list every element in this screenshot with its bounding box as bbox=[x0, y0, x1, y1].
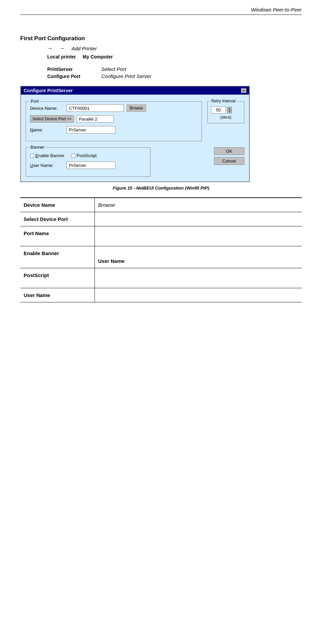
postscript-checkbox-label[interactable]: PostScript bbox=[71, 153, 97, 158]
instruction-label-2: Configure Port bbox=[47, 74, 88, 79]
banner-group-title: Banner bbox=[29, 145, 46, 150]
table-row-postscript: PostScript bbox=[20, 268, 302, 288]
name-label: Name: bbox=[30, 127, 64, 132]
table-cell-select-device-port-label: Select Device Port bbox=[20, 212, 95, 226]
user-name-sub-label: User Name bbox=[98, 258, 125, 264]
table-cell-postscript-label: PostScript bbox=[20, 268, 95, 288]
select-device-port-input[interactable] bbox=[77, 115, 114, 123]
retry-spin-down[interactable]: ▼ bbox=[227, 110, 232, 114]
dialog-close-button[interactable]: × bbox=[241, 88, 246, 93]
dialog-bottom: Banner Enable Banner PostScript bbox=[26, 147, 244, 177]
section-title: First Port Configuration bbox=[20, 35, 302, 42]
retry-section: Retry Interval ▲ ▼ (secs) bbox=[207, 101, 244, 146]
retry-group-box: Retry Interval ▲ ▼ (secs) bbox=[207, 101, 244, 123]
table-row-user-name: User Name bbox=[20, 288, 302, 302]
table-row-device-name: Device Name Browse bbox=[20, 198, 302, 212]
name-input[interactable] bbox=[66, 126, 115, 133]
name-row: Name: bbox=[30, 126, 197, 133]
enable-banner-text: Enable Banner bbox=[35, 153, 64, 158]
user-name-row: User Name: bbox=[30, 162, 146, 169]
user-name-input[interactable] bbox=[66, 162, 115, 169]
table-cell-device-name-label: Device Name bbox=[20, 198, 95, 212]
add-printer-label: Add Printer bbox=[72, 46, 97, 51]
retry-input[interactable] bbox=[211, 106, 226, 114]
table-cell-enable-banner-value: User Name bbox=[95, 246, 302, 268]
device-name-label: Device Name: bbox=[30, 106, 64, 111]
config-table: Device Name Browse Select Device Port Po… bbox=[20, 197, 302, 302]
instruction-row-2: Configure Port Configure Print Server bbox=[47, 73, 302, 79]
device-name-input[interactable] bbox=[66, 104, 124, 112]
sub-labels: Local printer My Computer bbox=[47, 54, 302, 59]
ok-button[interactable]: OK bbox=[214, 147, 244, 155]
retry-spin-up[interactable]: ▲ bbox=[227, 107, 232, 110]
instruction-label-1: PrintServer bbox=[47, 67, 88, 72]
table-cell-port-name-label: Port Name bbox=[20, 226, 95, 246]
retry-group-title: Retry Interval bbox=[210, 99, 236, 103]
select-device-port-button[interactable]: Select Device Port >> bbox=[30, 115, 74, 123]
dialog-titlebar: Configure PrintServer × bbox=[21, 86, 249, 95]
dialog-wrapper: Configure PrintServer × Port Device Name… bbox=[20, 86, 302, 182]
port-group-title: Port bbox=[29, 99, 40, 104]
banner-row: Enable Banner PostScript bbox=[30, 153, 146, 158]
table-cell-port-name-value bbox=[95, 226, 302, 246]
banner-group-box: Banner Enable Banner PostScript bbox=[26, 147, 151, 177]
retry-spin-buttons: ▲ ▼ bbox=[227, 107, 232, 114]
table-cell-select-device-port-value bbox=[95, 212, 302, 226]
port-section: Port Device Name: Browse Select Device P… bbox=[26, 99, 244, 146]
user-name-label: User Name: bbox=[30, 163, 64, 168]
action-buttons: OK Cancel bbox=[214, 147, 244, 165]
table-row-enable-banner: Enable Banner User Name bbox=[20, 246, 302, 268]
table-cell-postscript-value bbox=[95, 268, 302, 288]
arrow-row: → → Add Printer bbox=[47, 45, 302, 51]
browse-button[interactable]: Browse bbox=[127, 104, 146, 112]
dialog-title: Configure PrintServer bbox=[24, 88, 73, 93]
table-cell-device-name-value: Browse bbox=[95, 198, 302, 212]
table-cell-user-name-value bbox=[95, 288, 302, 302]
arrow-2: → bbox=[59, 45, 65, 51]
device-name-row: Device Name: Browse bbox=[30, 104, 197, 112]
postscript-text: PostScript bbox=[77, 153, 97, 158]
instruction-row-1: PrintServer Select Port bbox=[47, 66, 302, 72]
table-cell-user-name-label: User Name bbox=[20, 288, 95, 302]
page-header: Windows Peer-to-Peer bbox=[20, 7, 302, 15]
header-title: Windows Peer-to-Peer bbox=[251, 7, 302, 13]
retry-secs-label: (secs) bbox=[211, 115, 241, 120]
configure-printserver-dialog: Configure PrintServer × Port Device Name… bbox=[20, 86, 250, 182]
instruction-value-2: Configure Print Server bbox=[101, 73, 151, 79]
retry-inner: ▲ ▼ bbox=[211, 106, 241, 114]
arrow-1: → bbox=[47, 45, 53, 51]
instruction-value-1: Select Port bbox=[101, 66, 126, 72]
instruction-rows: PrintServer Select Port Configure Port C… bbox=[47, 66, 302, 79]
postscript-checkbox[interactable] bbox=[71, 154, 75, 158]
sub-label-local-printer: Local printer bbox=[47, 54, 76, 59]
enable-banner-checkbox-label[interactable]: Enable Banner bbox=[30, 153, 64, 158]
cancel-button[interactable]: Cancel bbox=[214, 157, 244, 165]
table-cell-enable-banner-label: Enable Banner bbox=[20, 246, 95, 268]
enable-banner-checkbox[interactable] bbox=[30, 154, 34, 158]
dialog-body: Port Device Name: Browse Select Device P… bbox=[21, 95, 249, 181]
select-device-port-row: Select Device Port >> bbox=[30, 115, 197, 123]
port-group-box: Port Device Name: Browse Select Device P… bbox=[26, 101, 202, 141]
table-row-port-name: Port Name bbox=[20, 226, 302, 246]
figure-caption: Figure 15 - NetBEUI Configuration (Win95… bbox=[20, 185, 302, 191]
sub-label-my-computer: My Computer bbox=[83, 54, 113, 59]
table-row-select-device-port: Select Device Port bbox=[20, 212, 302, 226]
